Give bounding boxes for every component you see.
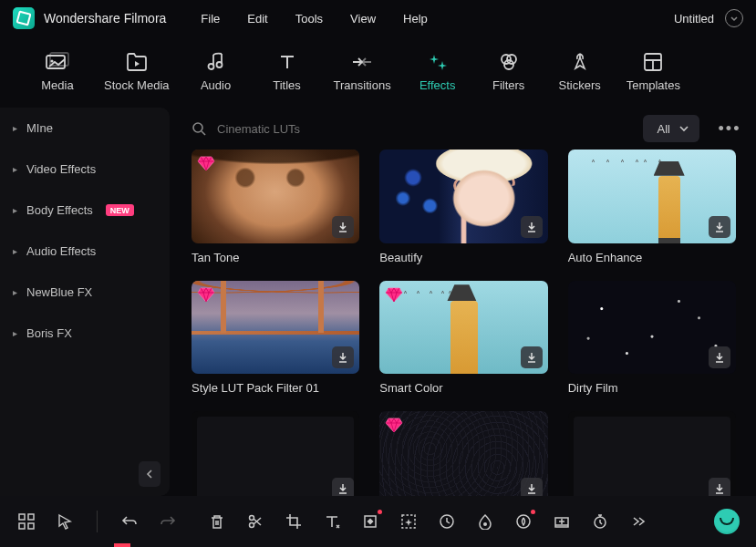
menu-help[interactable]: Help xyxy=(403,12,428,26)
timeline-playhead-tick xyxy=(114,543,130,547)
download-icon[interactable] xyxy=(709,346,730,368)
content-panel: All ••• Tan ToneBeautify˄ ˄ ˄ ˄˄ ˄Auto E… xyxy=(170,108,756,496)
collapse-sidebar-button[interactable] xyxy=(139,461,161,487)
menu-tools[interactable]: Tools xyxy=(295,12,323,26)
decorative-birds: ˄ ˄ ˄ ˄˄ ˄ xyxy=(591,159,665,169)
sidebar-item-newblue-fx[interactable]: ▸ NewBlue FX xyxy=(0,272,170,313)
effect-label: Tan Tone xyxy=(192,251,359,264)
redo-icon[interactable] xyxy=(158,511,178,532)
undo-icon[interactable] xyxy=(119,511,140,532)
effect-thumbnail[interactable] xyxy=(192,411,359,496)
tab-label: Stock Media xyxy=(104,78,170,92)
tab-label: Templates xyxy=(627,78,680,92)
premium-diamond-icon xyxy=(385,417,403,433)
download-icon[interactable] xyxy=(332,346,354,368)
tab-label: Media xyxy=(41,78,73,92)
more-options-button[interactable]: ••• xyxy=(716,115,743,142)
download-icon[interactable] xyxy=(521,346,543,368)
sidebar-item-audio-effects[interactable]: ▸ Audio Effects xyxy=(0,231,170,272)
effect-thumbnail[interactable] xyxy=(192,281,359,375)
recent-dropdown-icon[interactable] xyxy=(725,9,743,27)
notification-dot xyxy=(531,510,535,514)
timer-icon[interactable] xyxy=(590,511,610,532)
tab-stock-media[interactable]: Stock Media xyxy=(104,52,170,92)
chevron-right-icon: ▸ xyxy=(13,123,17,133)
tab-titles[interactable]: Titles xyxy=(263,52,312,92)
effect-label: Beautify xyxy=(379,251,547,264)
effect-card: Beautify xyxy=(379,150,547,264)
svg-rect-11 xyxy=(28,514,34,520)
color-icon[interactable] xyxy=(475,511,495,532)
svg-rect-10 xyxy=(19,514,25,520)
tab-templates[interactable]: Templates xyxy=(627,52,680,92)
sidebar-item-video-effects[interactable]: ▸ Video Effects xyxy=(0,149,170,190)
effects-grid: Tan ToneBeautify˄ ˄ ˄ ˄˄ ˄Auto EnhanceSt… xyxy=(192,150,743,496)
svg-rect-17 xyxy=(367,518,373,524)
keyframe-icon[interactable] xyxy=(360,511,380,532)
effect-thumbnail[interactable] xyxy=(568,411,736,496)
download-icon[interactable] xyxy=(709,478,730,496)
premium-diamond-icon xyxy=(197,155,215,171)
tab-label: Stickers xyxy=(559,78,601,92)
effect-thumbnail[interactable] xyxy=(379,411,547,496)
effects-icon xyxy=(427,52,449,72)
svg-point-4 xyxy=(216,62,222,67)
cursor-icon[interactable] xyxy=(55,511,75,532)
ai-tool-icon[interactable] xyxy=(513,511,533,532)
svg-point-7 xyxy=(504,60,513,69)
sidebar-item-label: Boris FX xyxy=(26,326,72,340)
ai-assistant-button[interactable] xyxy=(714,509,740,534)
menu-view[interactable]: View xyxy=(350,12,376,26)
effect-card: Dirty Film xyxy=(568,281,736,396)
download-icon[interactable] xyxy=(332,216,354,238)
separator xyxy=(97,511,98,532)
tab-filters[interactable]: Filters xyxy=(484,52,533,92)
sidebar-item-mine[interactable]: ▸ MIne xyxy=(0,108,170,149)
effect-thumbnail[interactable]: ˄ ˄ ˄ ˄˄ ˄ xyxy=(568,150,736,243)
effect-label: Auto Enhance xyxy=(568,251,736,264)
chevron-right-icon: ▸ xyxy=(13,205,17,215)
effect-card xyxy=(379,411,547,496)
more-tools-icon[interactable] xyxy=(628,511,648,532)
sidebar-item-boris-fx[interactable]: ▸ Boris FX xyxy=(0,313,170,354)
effect-card: ˄ ˄ ˄ ˄˄ ˄Auto Enhance xyxy=(568,150,736,264)
sidebar-item-label: Audio Effects xyxy=(26,244,96,258)
filter-dropdown[interactable]: All xyxy=(643,115,699,142)
menubar-items: File Edit Tools View Help xyxy=(201,12,427,26)
sidebar-item-body-effects[interactable]: ▸ Body Effects NEW xyxy=(0,190,170,231)
effect-thumbnail[interactable] xyxy=(192,150,359,243)
stock-media-icon xyxy=(125,52,149,72)
app-title: Wondershare Filmora xyxy=(44,11,166,26)
search-input[interactable] xyxy=(217,122,632,136)
svg-point-9 xyxy=(193,123,202,132)
layout-grid-icon[interactable] xyxy=(16,511,36,532)
delete-icon[interactable] xyxy=(207,511,227,532)
tab-media[interactable]: Media xyxy=(33,52,82,92)
crop-icon[interactable] xyxy=(284,511,304,532)
tab-transitions[interactable]: Transitions xyxy=(334,52,391,92)
category-tabs: Media Stock Media Audio Titles Transitio… xyxy=(0,36,756,108)
screenshot-icon[interactable] xyxy=(552,511,572,532)
tab-label: Effects xyxy=(419,78,456,92)
download-icon[interactable] xyxy=(332,478,354,496)
chevron-right-icon: ▸ xyxy=(13,246,17,256)
tab-audio[interactable]: Audio xyxy=(192,52,241,92)
effect-thumbnail[interactable]: ˄ ˄ ˄ ˄˄ ˄ xyxy=(379,281,547,375)
menu-edit[interactable]: Edit xyxy=(247,12,267,26)
menu-file[interactable]: File xyxy=(201,12,220,26)
media-icon xyxy=(46,52,69,72)
split-icon[interactable] xyxy=(245,511,265,532)
effect-thumbnail[interactable] xyxy=(568,281,736,375)
chevron-right-icon: ▸ xyxy=(13,164,17,174)
templates-icon xyxy=(643,52,663,72)
sidebar-item-label: Body Effects xyxy=(26,203,93,217)
effect-thumbnail[interactable] xyxy=(379,150,547,243)
tab-effects[interactable]: Effects xyxy=(413,52,462,92)
download-icon[interactable] xyxy=(521,216,543,238)
download-icon[interactable] xyxy=(521,478,543,496)
smart-cutout-icon[interactable] xyxy=(399,511,419,532)
speed-icon[interactable] xyxy=(437,511,457,532)
text-tool-icon[interactable] xyxy=(322,511,342,532)
tab-stickers[interactable]: Stickers xyxy=(555,52,605,92)
download-icon[interactable] xyxy=(709,216,730,238)
